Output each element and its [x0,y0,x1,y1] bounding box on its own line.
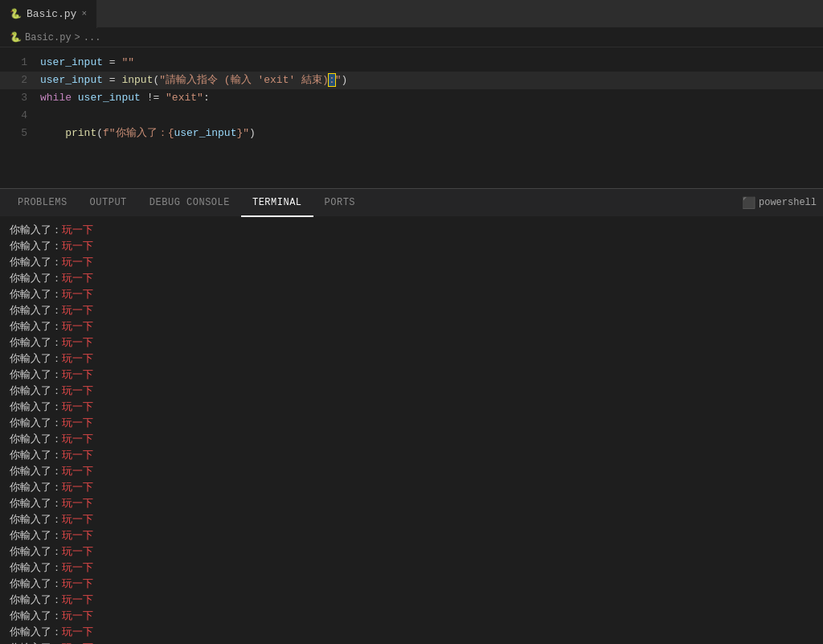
powershell-icon: ⬛ [742,196,755,210]
file-icon: 🐍 [10,8,22,20]
terminal-line: 你輸入了：玩一下 [10,512,813,528]
breadcrumb-sep: > [75,32,80,43]
terminal-line: 你輸入了：玩一下 [10,464,813,480]
terminal-line: 你輸入了：玩一下 [10,400,813,416]
terminal-line: 你輸入了：玩一下 [10,560,813,576]
terminal-line: 你輸入了：玩一下 [10,480,813,496]
line-content-5: print(f"你输入了：{user_input}") [40,125,823,142]
code-line-5: 5 print(f"你输入了：{user_input}") [0,125,823,142]
terminal-line: 你輸入了：玩一下 [10,367,813,384]
terminal-line: 你輸入了：玩一下 [10,593,813,609]
editor-area: 1 user_input = "" 2 user_input = input("… [0,47,823,188]
terminal-line: 你輸入了：玩一下 [10,496,813,512]
line-number-2: 2 [0,72,40,89]
powershell-label: powershell [759,197,817,208]
terminal-line: 你輸入了：玩一下 [10,239,813,255]
terminal-line: 你輸入了：玩一下 [10,384,813,400]
terminal-line: 你輸入了：玩一下 [10,432,813,448]
line-content-2: user_input = input("請輸入指令 (輸入 'exit' 結束)… [40,72,823,89]
panel-tabs: PROBLEMS OUTPUT DEBUG CONSOLE TERMINAL P… [0,188,823,216]
line-content-3: while user_input != "exit": [40,89,823,107]
breadcrumb-file: Basic.py [25,32,72,43]
tab-terminal[interactable]: TERMINAL [241,189,313,217]
terminal-line: 你輸入了：玩一下 [10,625,813,641]
code-line-2: 2 user_input = input("請輸入指令 (輸入 'exit' 結… [0,72,823,89]
tab-ports[interactable]: PORTS [313,189,367,217]
breadcrumb-icon: 🐍 [10,31,22,43]
code-line-3: 3 while user_input != "exit": [0,89,823,107]
tab-problems[interactable]: PROBLEMS [6,189,79,217]
terminal-line: 你輸入了：玩一下 [10,271,813,287]
terminal-output[interactable]: 你輸入了：玩一下你輸入了：玩一下你輸入了：玩一下你輸入了：玩一下你輸入了：玩一下… [0,216,823,644]
terminal-line: 你輸入了：玩一下 [10,528,813,544]
line-number-5: 5 [0,125,40,142]
breadcrumb: 🐍 Basic.py > ... [0,28,823,47]
terminal-line: 你輸入了：玩一下 [10,335,813,351]
line-number-4: 4 [0,107,40,125]
terminal-line: 你輸入了：玩一下 [10,351,813,367]
editor-tab[interactable]: 🐍 Basic.py × [0,0,97,28]
tab-output[interactable]: OUTPUT [79,189,138,217]
tab-bar: 🐍 Basic.py × [0,0,823,28]
terminal-line: 你輸入了：玩一下 [10,641,813,644]
code-line-1: 1 user_input = "" [0,54,823,72]
tab-label: Basic.py [27,8,76,20]
terminal-line: 你輸入了：玩一下 [10,287,813,303]
tab-debug-console[interactable]: DEBUG CONSOLE [138,189,241,217]
terminal-line: 你輸入了：玩一下 [10,255,813,271]
terminal-line: 你輸入了：玩一下 [10,576,813,593]
panel-tab-right: ⬛ powershell [742,196,817,210]
line-content-1: user_input = "" [40,54,823,72]
breadcrumb-sub: ... [84,32,101,43]
terminal-line: 你輸入了：玩一下 [10,303,813,319]
line-number-3: 3 [0,89,40,107]
tab-close-button[interactable]: × [81,9,87,18]
terminal-line: 你輸入了：玩一下 [10,319,813,335]
terminal-line: 你輸入了：玩一下 [10,544,813,560]
terminal-line: 你輸入了：玩一下 [10,223,813,239]
terminal-line: 你輸入了：玩一下 [10,609,813,625]
code-line-4: 4 [0,107,823,125]
line-number-1: 1 [0,54,40,72]
terminal-line: 你輸入了：玩一下 [10,416,813,432]
terminal-line: 你輸入了：玩一下 [10,448,813,464]
